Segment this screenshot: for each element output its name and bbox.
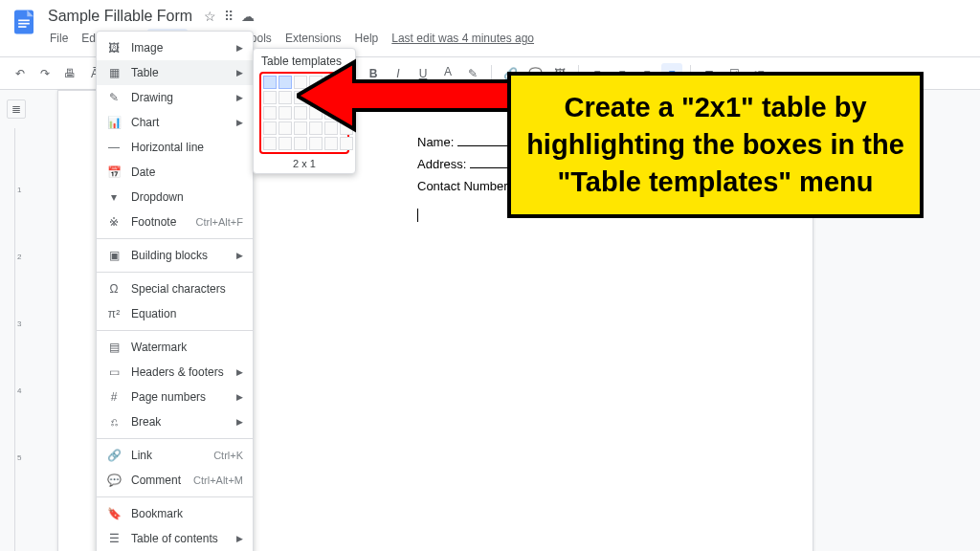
menu-item-label: Date	[131, 165, 243, 179]
menu-item-comment[interactable]: 💬CommentCtrl+Alt+M	[97, 468, 253, 493]
menu-item-equation[interactable]: π²Equation	[97, 301, 253, 326]
docs-logo-icon[interactable]	[10, 8, 38, 36]
menu-item-building-blocks[interactable]: ▣Building blocks▶	[97, 243, 253, 268]
menu-item-label: Special characters	[131, 282, 243, 296]
table-grid-cell[interactable]	[309, 106, 323, 120]
table-grid-cell[interactable]	[324, 76, 338, 89]
menu-item-link[interactable]: 🔗LinkCtrl+K	[97, 443, 253, 468]
table-grid-cell[interactable]	[309, 137, 323, 150]
menu-item-horizontal-line[interactable]: —Horizontal line	[97, 135, 253, 160]
svg-rect-2	[18, 23, 30, 25]
table-grid-cell[interactable]	[294, 137, 307, 150]
print-button[interactable]: 🖶	[59, 63, 80, 84]
table-grid-cell[interactable]	[278, 91, 292, 104]
menu-item-chart[interactable]: 📊Chart▶	[97, 110, 253, 135]
comment-icon: 💬	[106, 473, 122, 488]
dropdown-icon: ▾	[106, 189, 122, 205]
table-submenu-title: Table templates	[259, 55, 349, 68]
cloud-icon[interactable]: ☁	[241, 9, 255, 24]
table-grid-cell[interactable]	[309, 76, 323, 89]
table-grid-cell[interactable]	[294, 106, 307, 120]
redo-button[interactable]: ↷	[34, 63, 56, 84]
highlight-button[interactable]: ✎	[462, 63, 483, 84]
table-grid-cell[interactable]	[294, 121, 307, 135]
underline-button[interactable]: U	[412, 63, 434, 84]
field-label: Contact Number:	[417, 179, 511, 193]
table-grid-cell[interactable]	[278, 137, 292, 150]
bold-button[interactable]: B	[363, 63, 384, 84]
last-edit-link[interactable]: Last edit was 4 minutes ago	[391, 32, 534, 45]
table-grid-cell[interactable]	[278, 106, 292, 120]
field-label: Name:	[417, 135, 454, 149]
menu-item-image[interactable]: 🖼Image▶	[97, 35, 253, 60]
table-grid-cell[interactable]	[340, 106, 353, 120]
menu-item-table-of-contents[interactable]: ☰Table of contents▶	[97, 526, 253, 551]
menu-item-label: Image	[131, 41, 227, 55]
menu-item-drawing[interactable]: ✎Drawing▶	[97, 85, 253, 110]
table-size-grid[interactable]	[263, 76, 345, 150]
table-grid-cell[interactable]	[324, 121, 338, 135]
table-grid-cell[interactable]	[309, 121, 323, 135]
table-submenu: Table templates 2 x 1	[253, 48, 356, 174]
table-grid-cell[interactable]	[263, 91, 277, 104]
text-color-button[interactable]: A	[437, 63, 458, 84]
chart-icon: 📊	[106, 115, 122, 130]
insert-menu-dropdown: 🖼Image▶▦Table▶✎Drawing▶📊Chart▶—Horizonta…	[96, 31, 254, 551]
undo-button[interactable]: ↶	[10, 63, 31, 84]
move-icon[interactable]: ⠿	[224, 9, 234, 24]
table-grid-cell[interactable]	[294, 76, 307, 89]
table-grid-cell[interactable]	[278, 76, 292, 89]
star-icon[interactable]: ☆	[204, 9, 216, 24]
table-grid-cell[interactable]	[340, 121, 353, 135]
chevron-right-icon: ▶	[236, 417, 243, 427]
menu-item-special-characters[interactable]: ΩSpecial characters	[97, 276, 253, 301]
menu-file[interactable]: File	[44, 29, 74, 48]
blocks-icon: ▣	[106, 248, 122, 263]
table-grid-cell[interactable]	[263, 106, 277, 120]
menu-item-label: Bookmark	[131, 507, 243, 520]
pagenum-icon: #	[106, 389, 122, 405]
menu-help[interactable]: Help	[349, 29, 385, 48]
title-icons: ☆ ⠿ ☁	[204, 9, 255, 24]
menu-item-label: Drawing	[131, 91, 227, 104]
menu-item-break[interactable]: ⎌Break▶	[97, 409, 253, 434]
menu-item-footnote[interactable]: ※FootnoteCtrl+Alt+F	[97, 209, 253, 234]
chevron-right-icon: ▶	[236, 392, 243, 402]
menu-item-label: Footnote	[131, 215, 186, 229]
menu-item-label: Watermark	[131, 341, 243, 354]
table-grid-cell[interactable]	[324, 91, 338, 104]
menu-item-watermark[interactable]: ▤Watermark	[97, 335, 253, 360]
table-grid-cell[interactable]	[263, 76, 277, 89]
menu-item-date[interactable]: 📅Date	[97, 160, 253, 185]
menu-item-shortcut: Ctrl+K	[213, 450, 243, 461]
table-grid-cell[interactable]	[263, 121, 277, 135]
italic-button[interactable]: I	[388, 63, 409, 84]
table-grid-cell[interactable]	[324, 106, 338, 120]
headers-icon: ▭	[106, 364, 122, 380]
menu-item-headers-footers[interactable]: ▭Headers & footers▶	[97, 360, 253, 385]
toc-icon: ☰	[106, 531, 122, 546]
table-grid-cell[interactable]	[294, 91, 307, 104]
document-title[interactable]: Sample Fillable Form	[44, 6, 196, 27]
equation-icon: π²	[106, 306, 122, 321]
menu-item-bookmark[interactable]: 🔖Bookmark	[97, 501, 253, 526]
menu-item-label: Headers & footers	[131, 365, 227, 379]
table-grid-cell[interactable]	[340, 137, 353, 150]
menu-item-table[interactable]: ▦Table▶	[97, 60, 253, 85]
menu-item-dropdown[interactable]: ▾Dropdown	[97, 185, 253, 209]
table-grid-cell[interactable]	[278, 121, 292, 135]
table-grid-highlight	[259, 72, 349, 154]
menu-item-label: Equation	[131, 307, 243, 320]
table-grid-cell[interactable]	[263, 137, 277, 150]
date-icon: 📅	[106, 165, 122, 180]
chevron-right-icon: ▶	[236, 43, 243, 53]
outline-icon[interactable]: ≣	[7, 99, 26, 119]
menu-item-page-numbers[interactable]: #Page numbers▶	[97, 385, 253, 409]
specialchars-icon: Ω	[106, 281, 122, 297]
menu-extensions[interactable]: Extensions	[279, 29, 347, 48]
menu-divider	[97, 272, 253, 273]
table-grid-cell[interactable]	[340, 91, 353, 104]
table-grid-cell[interactable]	[324, 137, 338, 150]
table-grid-cell[interactable]	[309, 91, 323, 104]
table-grid-cell[interactable]	[340, 76, 353, 89]
